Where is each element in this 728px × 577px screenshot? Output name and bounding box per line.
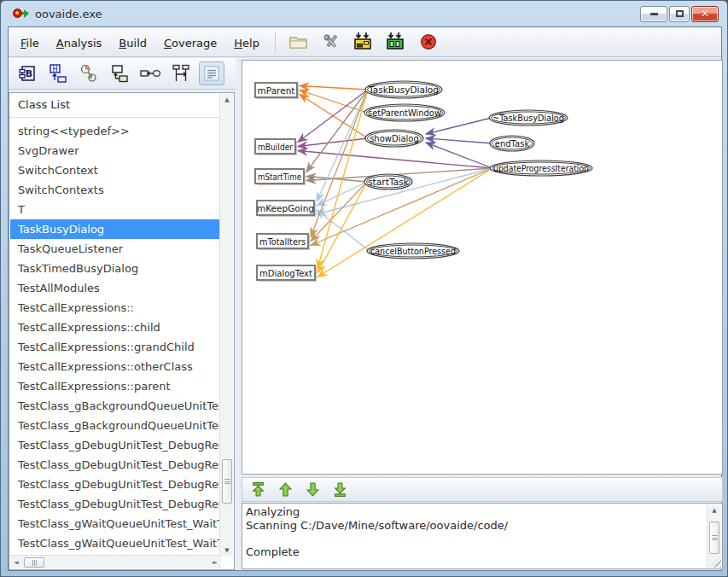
svg-text:showDialog: showDialog [370, 134, 419, 143]
menu-file[interactable]: File [12, 32, 48, 55]
operations-list-button[interactable] [199, 61, 224, 85]
close-icon: ✕ [701, 9, 709, 19]
edge-TaskBusyDialog-to-mStartTime [306, 90, 368, 172]
svg-text:mTotalIters: mTotalIters [259, 236, 306, 247]
go-previous-button[interactable] [277, 481, 294, 498]
diagram-attribute-mTotalIters[interactable]: mTotalIters [257, 234, 310, 250]
stop-analysis-button[interactable] [415, 30, 442, 54]
log-toolbar [242, 477, 723, 502]
go-next-button[interactable] [304, 481, 321, 498]
minimize-icon [650, 13, 658, 15]
right-panel: mParentmBuildermStartTimemKeepGoingmTota… [242, 58, 723, 570]
portion-diagram-button[interactable] [137, 61, 163, 85]
component-diagram-icon: B [17, 63, 38, 84]
class-list: string<<typedef>>SvgDrawerSwitchContextS… [10, 121, 219, 555]
list-item[interactable]: TestCallExpressions::otherClass [10, 357, 219, 376]
diagram-method-updateProgressIteration[interactable]: updateProgressIteration [490, 160, 592, 176]
list-item[interactable]: TestClass_gWaitQueueUnitTest_WaitT [10, 514, 219, 533]
zone-diagram-button[interactable] [76, 61, 102, 85]
scroll-right-icon[interactable]: ► [209, 557, 221, 568]
edge-startTask-to-mDialogText [317, 182, 367, 273]
diagram-attribute-mStartTime[interactable]: mStartTime [255, 169, 306, 185]
portion-diagram-icon [139, 63, 161, 84]
class-list-vscrollbar[interactable]: ▲ ▼ [219, 94, 233, 557]
svg-text:setParentWindow: setParentWindow [368, 108, 441, 118]
class-list-header: Class List [9, 93, 219, 118]
menu-build[interactable]: Build [110, 32, 155, 55]
left-panel: B H [9, 58, 236, 570]
build-release-button[interactable] [382, 30, 410, 54]
list-item[interactable]: TestCallExpressions::child [10, 318, 219, 337]
menu-analysis[interactable]: Analysis [48, 32, 111, 55]
scroll-up-icon[interactable]: ▲ [220, 94, 234, 106]
window-title: oovaide.exe [35, 8, 102, 20]
list-item[interactable]: SvgDrawer [10, 141, 219, 160]
edge-showDialog-to-mBuilder [298, 138, 368, 147]
list-item[interactable]: TestClass_gBackgroundQueueUnitTes [10, 416, 219, 435]
list-item[interactable]: TestClass_gDebugUnitTest_DebugRes [10, 475, 219, 494]
diagram-method-showDialog[interactable]: showDialog [365, 130, 423, 147]
list-item[interactable]: TestClass_gDebugUnitTest_DebugRes [10, 494, 219, 514]
list-item[interactable]: TestCallExpressions::grandChild [10, 337, 219, 357]
svg-text:endTask: endTask [495, 139, 530, 149]
menu-coverage[interactable]: Coverage [155, 32, 225, 55]
log-vscroll-thumb[interactable] [709, 522, 719, 554]
menu-help[interactable]: Help [225, 32, 268, 55]
list-item[interactable]: SwitchContexts [10, 180, 219, 200]
list-item[interactable]: TestAllModules [10, 278, 219, 298]
close-button[interactable]: ✕ [691, 6, 719, 22]
list-item[interactable]: TestCallExpressions:: [10, 298, 219, 318]
vscroll-thumb[interactable] [222, 459, 232, 504]
build-debug-button[interactable] [350, 30, 377, 54]
minimize-button[interactable] [640, 6, 667, 22]
class-diagram-button[interactable] [107, 61, 132, 85]
diagram-method-dtor-TaskBusyDialog[interactable]: ~TaskBusyDialog [489, 110, 568, 125]
open-folder-icon [289, 34, 308, 50]
diagram-attribute-mParent[interactable]: mParent [255, 83, 299, 99]
go-last-button[interactable] [331, 481, 348, 498]
diagram-method-startTask[interactable]: startTask [364, 174, 412, 189]
scroll-left-icon[interactable]: ◄ [10, 557, 22, 568]
diagram-attribute-mDialogText[interactable]: mDialogText [257, 265, 317, 282]
svg-text:B: B [26, 68, 32, 79]
app-window: oovaide.exe ✕ FileAnalysisBuildCoverageH… [0, 0, 728, 577]
hscroll-thumb[interactable] [24, 557, 44, 568]
list-item[interactable]: TestClass_gDebugUnitTest_DebugRes [10, 455, 219, 475]
list-item[interactable]: TestClass_gDebugUnitTest_DebugRes [10, 435, 219, 455]
app-icon [13, 8, 28, 20]
diagram-canvas[interactable]: mParentmBuildermStartTimemKeepGoingmTota… [242, 60, 723, 475]
svg-text:updateProgressIteration: updateProgressIteration [493, 164, 589, 173]
diagram-type-toolbar: B H [9, 58, 236, 90]
diagram-attribute-mKeepGoing[interactable]: mKeepGoing [257, 201, 316, 217]
list-item[interactable]: TaskQueueListener [10, 239, 219, 259]
list-item-selected[interactable]: TaskBusyDialog [10, 219, 219, 239]
edge-~TaskBusyDialog-to-showDialog [426, 118, 492, 134]
svg-text:startTask: startTask [368, 178, 409, 187]
list-item[interactable]: TestClass_gWaitQueueUnitTest_WaitT [10, 533, 219, 553]
component-diagram-button[interactable]: B [15, 61, 40, 85]
log-text: Analyzing Scanning C:/Dave/Mine/software… [246, 505, 703, 558]
diagram-method-setParentWindow[interactable]: setParentWindow [364, 104, 445, 121]
list-item[interactable]: SwitchContext [10, 160, 219, 180]
maximize-button[interactable] [669, 6, 690, 22]
diagram-method-endTask[interactable]: endTask [490, 136, 534, 151]
class-list-hscrollbar[interactable]: ◄ ► [10, 555, 221, 568]
include-diagram-button[interactable]: H [45, 61, 71, 85]
open-project-button[interactable] [285, 30, 312, 54]
diagram-method-cancelButtonPressed[interactable]: cancelButtonPressed [367, 243, 459, 259]
go-first-button[interactable] [249, 481, 266, 498]
sequence-diagram-button[interactable] [168, 61, 194, 85]
list-item[interactable]: TaskTimedBusyDialog [10, 259, 219, 278]
list-item[interactable]: string<<typedef>> [10, 121, 219, 141]
log-scroll-up-icon[interactable]: ▲ [708, 504, 721, 516]
go-first-icon [251, 482, 265, 497]
analysis-settings-button[interactable] [317, 30, 345, 54]
list-item[interactable]: TestClass_gBackgroundQueueUnitTes [10, 396, 219, 416]
diagram-attribute-mBuilder[interactable]: mBuilder [255, 139, 297, 155]
analysis-log[interactable]: Analyzing Scanning C:/Dave/Mine/software… [242, 503, 723, 569]
list-item[interactable]: T [10, 200, 219, 219]
list-item[interactable]: TestCallExpressions::parent [10, 376, 219, 396]
diagram-method-TaskBusyDialog[interactable]: TaskBusyDialog [365, 81, 442, 98]
scroll-down-icon[interactable]: ▼ [220, 545, 234, 557]
stop-icon [420, 33, 437, 50]
